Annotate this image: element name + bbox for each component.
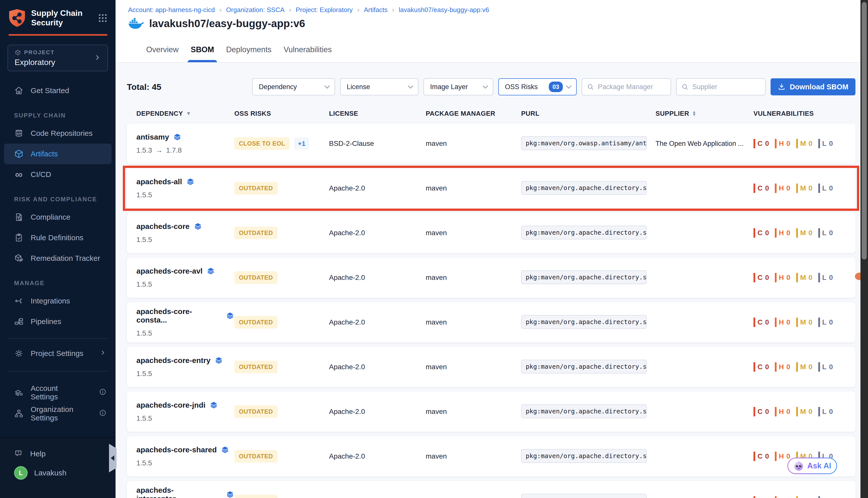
ask-ai-button[interactable]: Ask AI	[787, 458, 837, 474]
oss-risks-cell: OUTDATED	[234, 450, 329, 463]
license-cell: Apache-2.0	[329, 452, 426, 460]
risk-badge[interactable]: OUTDATED	[234, 182, 277, 195]
purl-pill[interactable]: pkg:maven/org.apache.directory.s…	[521, 315, 647, 329]
purl-pill[interactable]: pkg:maven/org.apache.directory.s…	[521, 360, 647, 374]
risk-badge[interactable]: OUTDATED	[234, 316, 277, 329]
vuln-medium-count: M0	[796, 139, 813, 148]
compliance-icon	[14, 212, 24, 222]
risk-badge[interactable]: OUTDATED	[234, 227, 277, 239]
oss-risks-filter[interactable]: OSS Risks 03	[498, 78, 576, 95]
tab-sbom[interactable]: SBOM	[191, 45, 214, 62]
supplier-input[interactable]	[692, 83, 761, 91]
risk-badge[interactable]: OUTDATED	[234, 405, 277, 418]
sidebar-item-integrations[interactable]: Integrations	[4, 291, 112, 311]
dependency-name: apacheds-core-consta...	[137, 307, 222, 324]
oss-risks-cell: OUTDATED	[234, 182, 329, 195]
column-header-dependency[interactable]: DEPENDENCY▼	[137, 110, 234, 117]
sidebar-item-rule-definitions[interactable]: Rule Definitions	[4, 227, 112, 248]
oss-risks-count-badge: 03	[549, 82, 563, 92]
column-header-supplier[interactable]: SUPPLIER▲▼	[656, 110, 753, 117]
user-menu[interactable]: L Lavakush	[0, 463, 116, 482]
sidebar-item-project-settings[interactable]: Project Settings	[4, 343, 112, 364]
dependency-filter[interactable]: Dependency	[252, 78, 335, 95]
supplier-search	[676, 78, 765, 95]
sidebar-divider	[8, 371, 108, 371]
license-cell: Apache-2.0	[329, 229, 426, 237]
package-manager-cell: maven	[426, 229, 521, 237]
sidebar-item-label: Rule Definitions	[31, 233, 83, 242]
table-row-apacheds-all[interactable]: apacheds-all 1.5.5 → OUTDATED Apache-2.0…	[127, 168, 855, 208]
breadcrumb-link[interactable]: Organization: SSCA	[226, 6, 285, 14]
download-sbom-button[interactable]: Download SBOM	[770, 78, 855, 95]
table-row-apacheds-core-consta[interactable]: apacheds-core-consta... 1.5.5 → OUTDATED…	[127, 302, 855, 342]
purl-pill[interactable]: pkg:maven/org.apache.directory.s…	[521, 181, 647, 195]
layers-icon	[173, 133, 182, 141]
dependency-name: apacheds-core-jndi	[137, 401, 205, 409]
license-cell: Apache-2.0	[329, 274, 426, 281]
sidebar-item-pipelines[interactable]: Pipelines	[4, 311, 112, 332]
license-filter[interactable]: License	[340, 78, 418, 95]
oss-risks-cell: OUTDATED	[234, 361, 329, 373]
vuln-low-count: L0	[818, 139, 833, 148]
risk-badge[interactable]: OUTDATED	[234, 495, 277, 498]
project-selector[interactable]: PROJECT Exploratory	[8, 45, 108, 71]
license-cell: Apache-2.0	[329, 363, 426, 371]
sidebar-item-remediation-tracker[interactable]: Remediation Tracker	[4, 248, 112, 268]
purl-pill[interactable]: pkg:maven/org.apache.directory.s…	[521, 270, 647, 284]
help-button[interactable]: ? Help	[0, 444, 116, 463]
sidebar-item-artifacts[interactable]: Artifacts	[4, 144, 112, 164]
sidebar-footer: ? Help L Lavakush	[0, 437, 116, 498]
sidebar-item-cicd[interactable]: ∞CI/CD	[4, 164, 112, 185]
purl-pill[interactable]: pkg:maven/org.owasp.antisamy/ant…	[521, 136, 647, 150]
dependency-version: 1.5.5 →	[137, 415, 234, 422]
table-row-apacheds-interceptor-[interactable]: apacheds-interceptor-... 1.5.5 → OUTDATE…	[127, 481, 855, 498]
table-row-apacheds-core-shared[interactable]: apacheds-core-shared 1.5.5 → OUTDATED Ap…	[127, 436, 855, 476]
table-row-apacheds-core-entry[interactable]: apacheds-core-entry 1.5.5 → OUTDATED Apa…	[127, 347, 855, 387]
purl-pill[interactable]: pkg:maven/org.apache.directory.s…	[521, 494, 647, 498]
code-repositories-icon	[14, 129, 24, 138]
breadcrumb-link[interactable]: lavakush07/easy-buggy-app:v6	[399, 6, 489, 14]
oss-risks-cell: OUTDATED	[234, 227, 329, 239]
table-row-apacheds-core-avl[interactable]: apacheds-core-avl 1.5.5 → OUTDATED Apach…	[127, 258, 855, 298]
column-header-purl: PURL	[521, 110, 656, 117]
sidebar-item-organization-settings[interactable]: Organization Settings	[4, 403, 112, 424]
more-risks-badge[interactable]: +1	[294, 137, 309, 150]
risk-badge[interactable]: OUTDATED	[234, 361, 277, 373]
vuln-high-count: H0	[775, 407, 791, 416]
risk-badge[interactable]: OUTDATED	[234, 271, 277, 284]
sidebar-item-account-settings[interactable]: Account Settings	[4, 382, 112, 403]
breadcrumb-link[interactable]: Artifacts	[364, 6, 388, 14]
table-row-apacheds-core-jndi[interactable]: apacheds-core-jndi 1.5.5 → OUTDATED Apac…	[127, 392, 855, 432]
tab-overview[interactable]: Overview	[146, 45, 179, 62]
purl-pill[interactable]: pkg:maven/org.apache.directory.s…	[521, 404, 647, 418]
sidebar-item-label: Integrations	[31, 297, 70, 305]
vuln-medium-count: M0	[796, 496, 813, 498]
purl-cell: pkg:maven/org.apache.directory.s…	[521, 315, 656, 330]
sidebar-item-code-repositories[interactable]: Code Repositories	[4, 123, 112, 144]
breadcrumb-link[interactable]: Project: Exploratory	[296, 6, 353, 14]
table-row-antisamy[interactable]: antisamy 1.5.3 → 1.7.8 CLOSE TO EOL+1 BS…	[127, 123, 855, 163]
dependency-cell: apacheds-core 1.5.5 →	[137, 222, 234, 244]
table-row-apacheds-core[interactable]: apacheds-core 1.5.5 → OUTDATED Apache-2.…	[127, 213, 855, 253]
cicd-icon: ∞	[14, 170, 24, 179]
gear-icon	[14, 349, 24, 358]
sidebar-collapse-handle[interactable]	[109, 444, 117, 472]
scrollbar-thumb[interactable]	[862, 2, 867, 260]
column-header-package-manager: PACKAGE MANAGER	[426, 110, 521, 117]
image-layer-filter[interactable]: Image Layer	[424, 78, 493, 95]
sidebar-item-get-started[interactable]: Get Started	[4, 80, 112, 101]
risk-badge[interactable]: CLOSE TO EOL	[234, 137, 289, 150]
layers-icon	[194, 222, 202, 231]
purl-pill[interactable]: pkg:maven/org.apache.directory.s…	[521, 226, 647, 239]
tab-deployments[interactable]: Deployments	[226, 45, 272, 62]
breadcrumb-link[interactable]: Account: app-harness-ng-cicd	[128, 6, 215, 14]
purl-pill[interactable]: pkg:maven/org.apache.directory.s…	[521, 449, 647, 463]
package-manager-input[interactable]	[598, 83, 666, 91]
layers-gear-icon	[14, 388, 24, 397]
risk-badge[interactable]: OUTDATED	[234, 450, 277, 463]
module-grid-icon[interactable]	[98, 13, 108, 23]
license-cell: Apache-2.0	[329, 184, 426, 192]
tab-vulnerabilities[interactable]: Vulnerabilities	[284, 45, 332, 62]
vuln-low-count: L0	[818, 273, 833, 283]
sidebar-item-compliance[interactable]: Compliance	[4, 207, 112, 227]
